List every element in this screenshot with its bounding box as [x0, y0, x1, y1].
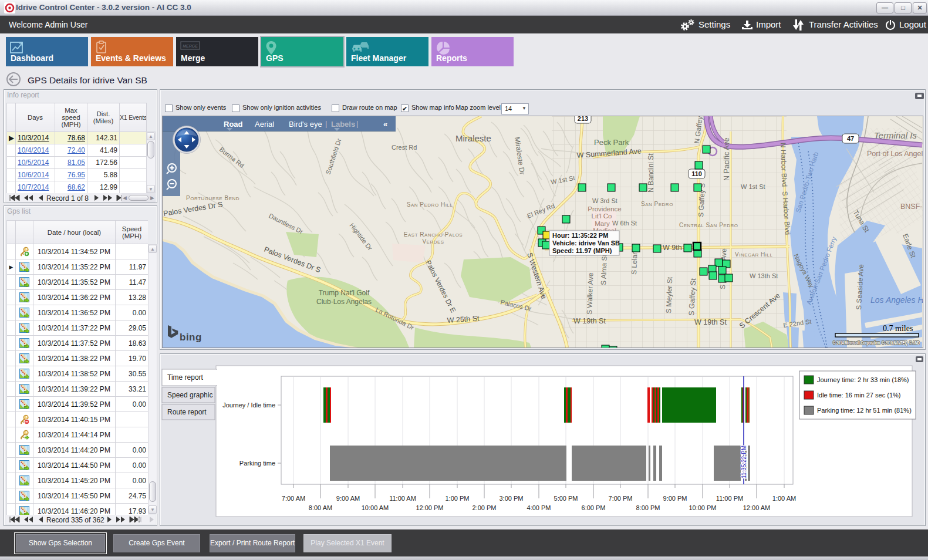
svg-text:W 6th St: W 6th St	[612, 220, 637, 227]
svg-text:Terminal Is: Terminal Is	[874, 130, 917, 140]
svg-text:Los Angeles Harb: Los Angeles Harb	[870, 295, 923, 305]
svg-text:Speed graphic: Speed graphic	[167, 391, 212, 399]
svg-text:Port of Los Angel: Port of Los Angel	[867, 150, 923, 158]
svg-text:Miraleste: Miraleste	[455, 133, 491, 143]
svg-text:SAN PEDRO: SAN PEDRO	[641, 201, 673, 207]
svg-text:Hour: 11:35:22 PM: Hour: 11:35:22 PM	[552, 232, 608, 239]
svg-text:11:00 AM: 11:00 AM	[389, 495, 416, 502]
svg-text:EAST RANCHO PALOS: EAST RANCHO PALOS	[404, 231, 463, 238]
svg-text:Club-Los Angelas: Club-Los Angelas	[316, 298, 372, 306]
svg-text:Providence: Providence	[588, 205, 622, 212]
svg-text:11:00 PM: 11:00 PM	[716, 495, 743, 502]
svg-text:5:00 PM: 5:00 PM	[554, 495, 578, 502]
svg-text:7:00 AM: 7:00 AM	[282, 495, 305, 502]
svg-text:|: |	[325, 119, 327, 128]
svg-text:W 19th St: W 19th St	[694, 318, 727, 326]
svg-text:Route report: Route report	[167, 408, 207, 416]
svg-text:7:00 PM: 7:00 PM	[609, 495, 633, 502]
svg-text:W 19th St: W 19th St	[573, 317, 606, 325]
svg-text:8:00 PM: 8:00 PM	[636, 504, 660, 511]
svg-text:213: 213	[578, 116, 588, 122]
svg-text:Journey / Idle time: Journey / Idle time	[222, 402, 275, 409]
svg-text:Crest Rd: Crest Rd	[392, 144, 417, 151]
svg-text:W 13th St: W 13th St	[750, 272, 778, 279]
svg-text:Aerial: Aerial	[255, 120, 274, 129]
svg-text:47: 47	[847, 135, 854, 142]
svg-text:VINEGAR HILL: VINEGAR HILL	[735, 251, 773, 258]
svg-text:BNSF-Port: BNSF-Port	[900, 203, 923, 211]
svg-text:S Meyler St: S Meyler St	[664, 276, 674, 313]
svg-text:3:00 PM: 3:00 PM	[500, 495, 524, 502]
svg-text:Parking time: Parking time	[239, 460, 275, 467]
svg-text:Lit'l Co: Lit'l Co	[592, 212, 612, 220]
svg-text:S Walker Ave: S Walker Ave	[585, 272, 595, 315]
svg-text:2:00 PM: 2:00 PM	[473, 504, 497, 511]
svg-text:12:00 AM: 12:00 AM	[743, 504, 770, 511]
svg-text:Peck Park: Peck Park	[594, 138, 629, 147]
svg-text:Road: Road	[224, 120, 243, 129]
svg-text:Idle time: 16 min 27 sec (1%): Idle time: 16 min 27 sec (1%)	[817, 392, 900, 399]
svg-text:1:00 AM: 1:00 AM	[772, 495, 796, 502]
svg-text:9:00 AM: 9:00 AM	[336, 495, 360, 502]
svg-text:SAN PEDRO HILL: SAN PEDRO HILL	[407, 201, 453, 208]
svg-text:Labels: Labels	[331, 120, 355, 129]
svg-text:© 2014 Microsoft Corporation: © 2014 Microsoft Corporation © 2010 NAVT…	[833, 340, 920, 346]
svg-text:N Bandini St: N Bandini St	[647, 153, 655, 193]
svg-text:Parking time: 12 hr 51 min (81: Parking time: 12 hr 51 min (81%)	[817, 407, 912, 414]
svg-text:W 3rd St: W 3rd St	[592, 197, 617, 204]
svg-text:12:00 PM: 12:00 PM	[416, 504, 443, 511]
svg-text:PORTUGUESE BEND: PORTUGUESE BEND	[186, 195, 239, 201]
svg-text:VERDES: VERDES	[422, 238, 444, 245]
svg-text:MERGE: MERGE	[183, 44, 198, 48]
svg-text:0.7 miles: 0.7 miles	[883, 324, 913, 333]
svg-text:110: 110	[691, 170, 702, 177]
svg-text:bing: bing	[180, 332, 202, 343]
svg-text:S Alma St: S Alma St	[599, 254, 609, 285]
svg-text:N Pacific Ave: N Pacific Ave	[723, 138, 731, 181]
svg-text:Mary: Mary	[595, 220, 610, 227]
svg-text:10:00 PM: 10:00 PM	[689, 504, 716, 511]
svg-text:Time report: Time report	[167, 373, 204, 382]
svg-text:N Harbor Blvd: N Harbor Blvd	[779, 143, 789, 187]
svg-text:Speed: 11.97 (MPH): Speed: 11.97 (MPH)	[552, 247, 612, 254]
svg-text:1:00 PM: 1:00 PM	[446, 495, 470, 502]
svg-text:|: |	[356, 119, 358, 128]
svg-text:Vehicle: idrive Van SB: Vehicle: idrive Van SB	[552, 239, 620, 247]
svg-text:9:00 PM: 9:00 PM	[663, 495, 687, 502]
svg-text:CENTRAL SAN PEDRO: CENTRAL SAN PEDRO	[679, 222, 738, 228]
svg-text:Trump Nat'l Golf: Trump Nat'l Golf	[319, 289, 370, 297]
svg-text:11:35:22 PM: 11:35:22 PM	[741, 446, 747, 478]
svg-text:Journey time: 2 hr 33 min (18%: Journey time: 2 hr 33 min (18%)	[817, 376, 909, 383]
svg-text:10:00 AM: 10:00 AM	[362, 504, 389, 511]
svg-text:8:00 AM: 8:00 AM	[309, 504, 332, 511]
svg-text:4:00 PM: 4:00 PM	[527, 504, 551, 511]
svg-text:«: «	[383, 120, 387, 129]
svg-text:Bird's eye: Bird's eye	[289, 120, 322, 129]
svg-text:6:00 PM: 6:00 PM	[582, 504, 606, 511]
svg-text:W 1st St: W 1st St	[741, 183, 765, 190]
